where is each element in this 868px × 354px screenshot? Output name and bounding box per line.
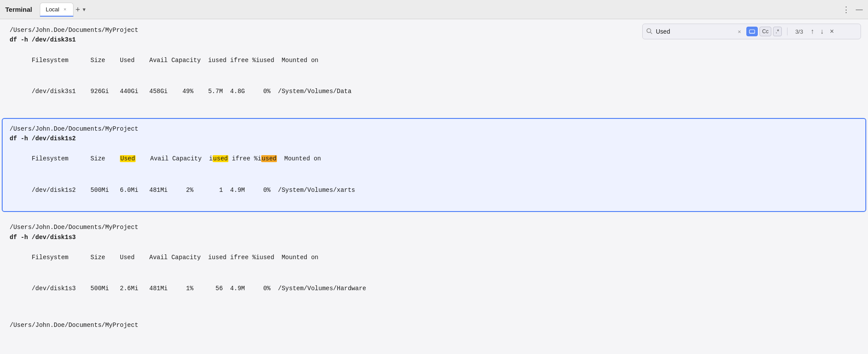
df-row-2: /dev/disk1s2 500Mi 6.0Mi 481Mi 2% 1 4.9M…: [32, 187, 355, 194]
highlight-percent-iused: used: [261, 155, 277, 162]
whole-word-toggle[interactable]: [746, 27, 758, 36]
tab-dropdown-button[interactable]: ▾: [83, 6, 86, 13]
df-row-3: /dev/disk1s3 500Mi 2.6Mi 481Mi 1% 56 4.9…: [32, 285, 366, 292]
search-result-count: 3/3: [793, 28, 806, 35]
search-bar: × Cc .* 3/3 ↑ ↓ ×: [642, 24, 861, 39]
search-prev-button[interactable]: ↑: [809, 28, 816, 35]
df-table-2: Filesystem Size Used Avail Capacity iuse…: [10, 143, 858, 206]
minimize-button[interactable]: —: [856, 6, 863, 14]
command-text-1: df -h /dev/disk3s1: [10, 36, 76, 43]
df-headers-1: Filesystem Size Used Avail Capacity iuse…: [32, 57, 318, 64]
search-close-button[interactable]: ×: [829, 28, 835, 35]
search-clear-button[interactable]: ×: [736, 28, 743, 35]
search-icon: [646, 28, 652, 35]
df-headers-mid1: Avail Capacity i: [136, 155, 213, 162]
search-options: Cc .*: [746, 27, 782, 36]
tab-close-button[interactable]: ×: [62, 6, 68, 12]
regex-toggle[interactable]: .*: [773, 27, 782, 36]
df-headers-end: Mounted on: [277, 155, 321, 162]
case-sensitive-toggle[interactable]: Cc: [760, 27, 771, 36]
final-path: /Users/John.Doe/Documents/MyProject: [10, 320, 858, 330]
df-table-3: Filesystem Size Used Avail Capacity iuse…: [10, 242, 858, 305]
command-text-2: df -h /dev/disk1s2: [10, 135, 76, 142]
svg-rect-2: [749, 30, 755, 33]
terminal-block-final: /Users/John.Doe/Documents/MyProject: [0, 314, 868, 336]
tab-bar: Terminal Local × + ▾ ⋮ —: [0, 0, 868, 19]
terminal-content[interactable]: /Users/John.Doe/Documents/MyProject df -…: [0, 19, 868, 336]
app-title: Terminal: [5, 6, 32, 13]
tab-local[interactable]: Local ×: [40, 3, 74, 17]
more-options-button[interactable]: ⋮: [842, 5, 850, 14]
command-line-3: df -h /dev/disk1s3: [10, 233, 858, 242]
regex-btn-label: .*: [776, 28, 779, 35]
spacer-1: [0, 114, 868, 117]
terminal-block-2: /Users/John.Doe/Documents/MyProject df -…: [2, 118, 866, 212]
search-divider: [787, 28, 788, 35]
df-headers-before-used: Filesystem Size: [32, 155, 120, 162]
spacer-2: [0, 213, 868, 216]
df-headers-3: Filesystem Size Used Avail Capacity iuse…: [32, 254, 318, 261]
df-table-1: Filesystem Size Used Avail Capacity iuse…: [10, 45, 858, 108]
path-line-3: /Users/John.Doe/Documents/MyProject: [10, 222, 858, 232]
terminal-block-3: /Users/John.Doe/Documents/MyProject df -…: [0, 216, 868, 311]
search-input[interactable]: [656, 28, 732, 35]
highlight-iused: used: [213, 155, 228, 162]
df-row-1: /dev/disk3s1 926Gi 440Gi 458Gi 49% 5.7M …: [32, 88, 351, 95]
spacer-3: [0, 311, 868, 314]
command-text-3: df -h /dev/disk1s3: [10, 234, 76, 241]
add-tab-button[interactable]: +: [75, 6, 80, 14]
path-line-2: /Users/John.Doe/Documents/MyProject: [10, 124, 858, 134]
tab-label: Local: [46, 6, 59, 13]
tab-bar-actions: ⋮ —: [842, 5, 863, 14]
svg-line-1: [651, 32, 652, 34]
df-headers-mid2: ifree %i: [228, 155, 262, 162]
highlight-used: Used: [120, 155, 136, 162]
command-line-2: df -h /dev/disk1s2: [10, 134, 858, 143]
case-btn-label: Cc: [762, 28, 769, 35]
search-next-button[interactable]: ↓: [819, 28, 825, 35]
